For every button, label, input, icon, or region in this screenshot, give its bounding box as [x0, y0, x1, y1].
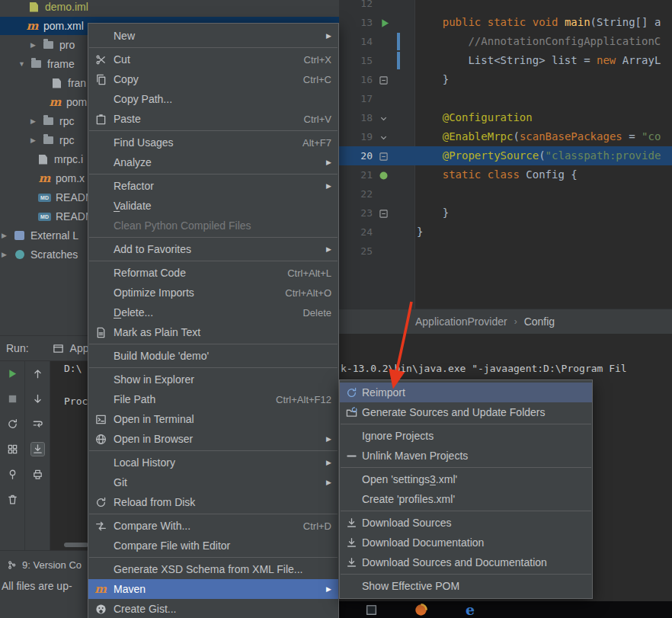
menu-item-compare-with[interactable]: Compare With...Ctrl+D [88, 516, 338, 536]
gensrc-icon [344, 406, 358, 418]
maven-item-download-sources-and-documentation[interactable]: Download Sources and Documentation [340, 552, 592, 572]
copy-icon [93, 73, 108, 85]
menu-item-label: Open 'settings3.xml' [362, 473, 457, 485]
stop-button[interactable] [6, 392, 19, 405]
menu-item-build-module-demo[interactable]: Build Module 'demo' [88, 346, 338, 366]
menu-shortcut: Delete [289, 307, 331, 319]
menu-item-git[interactable]: Git▶ [88, 472, 338, 492]
menu-item-open-in-browser[interactable]: Open in Browser▶ [88, 429, 338, 449]
menu-item-show-in-explorer[interactable]: Show in Explorer [88, 370, 338, 389]
change-marker[interactable] [397, 33, 400, 50]
collapse-arrow-icon[interactable]: ▼ [18, 60, 30, 68]
window-app-icon[interactable] [364, 603, 378, 616]
expand-arrow-icon[interactable]: ▶ [2, 232, 13, 239]
tree-item-demo-iml[interactable]: demo.iml [0, 0, 339, 16]
grid-button[interactable] [6, 443, 19, 456]
menu-item-cut[interactable]: CutCtrl+X [88, 50, 338, 69]
download-icon [344, 556, 358, 568]
horizontal-scrollbar[interactable] [64, 543, 88, 547]
breadcrumb-item-class[interactable]: ApplicationProvider [415, 315, 507, 328]
menu-item-label: Find Usages [114, 136, 174, 149]
console-text-command: k-13.0.2\bin\java.exe "-javaagent:D:\Pro… [341, 363, 627, 374]
trash-button[interactable] [6, 493, 19, 506]
change-marker[interactable] [397, 52, 400, 69]
menu-item-create-gist[interactable]: Create Gist... [88, 599, 338, 618]
fold-marker-icon[interactable] [379, 151, 388, 163]
expand-arrow-icon[interactable]: ▶ [30, 41, 42, 49]
menu-item-label: Download Sources and Documentation [362, 556, 547, 568]
menu-item-file-path[interactable]: File PathCtrl+Alt+F12 [88, 389, 338, 409]
menu-item-analyze[interactable]: Analyze▶ [88, 152, 338, 172]
menu-item-generate-xsd-schema-from-xml-file[interactable]: Generate XSD Schema from XML File... [88, 559, 338, 579]
maven-icon: m [38, 172, 51, 184]
code-line-24: } [417, 223, 423, 242]
menu-item-label: Compare File with Editor [114, 540, 230, 552]
breadcrumb-item-member[interactable]: Config [524, 315, 555, 328]
maven-item-reimport[interactable]: Reimport [340, 383, 592, 402]
maven-item-open-settings3-xml[interactable]: Open 'settings3.xml' [340, 469, 592, 489]
spring-bean-icon[interactable] [379, 170, 388, 182]
menu-item-copy[interactable]: CopyCtrl+C [88, 69, 338, 89]
pin-button[interactable] [6, 468, 19, 481]
firefox-icon[interactable] [414, 603, 427, 616]
menu-shortcut: Ctrl+Alt+L [274, 267, 331, 279]
up-button[interactable] [31, 367, 44, 380]
menu-icon-spacer [93, 93, 108, 105]
play-button[interactable] [6, 367, 19, 380]
menu-item-reload-from-disk[interactable]: Reload from Disk [88, 492, 338, 512]
menu-item-open-in-terminal[interactable]: Open in Terminal [88, 409, 338, 429]
menu-item-reformat-code[interactable]: Reformat CodeCtrl+Alt+L [88, 263, 338, 283]
menu-item-label: Paste [114, 113, 141, 125]
printer-button[interactable] [31, 468, 44, 481]
menu-item-compare-file-with-editor[interactable]: Compare File with Editor [88, 536, 338, 556]
run-gutter-icon[interactable] [379, 18, 391, 31]
maven-item-generate-sources-and-update-folders[interactable]: Generate Sources and Update Folders [340, 402, 592, 422]
menu-item-refactor[interactable]: Refactor▶ [88, 176, 338, 196]
menu-item-optimize-imports[interactable]: Optimize ImportsCtrl+Alt+O [88, 283, 338, 303]
maven-item-create-profiles-xml[interactable]: Create 'profiles.xml' [340, 489, 592, 509]
tree-item-label: frame [47, 58, 75, 70]
submenu-arrow-icon: ▶ [312, 182, 331, 190]
gutter-chevron-icon[interactable] [379, 113, 388, 125]
submenu-arrow-icon: ▶ [312, 459, 331, 466]
menu-item-local-history[interactable]: Local History▶ [88, 453, 338, 472]
version-control-button[interactable]: 9: Version Co [5, 558, 82, 572]
maven-item-show-effective-pom[interactable]: Show Effective POM [340, 576, 592, 596]
maven-submenu: ReimportGenerate Sources and Update Fold… [339, 379, 593, 599]
restart-button[interactable] [6, 418, 19, 431]
maven-item-download-sources[interactable]: Download Sources [340, 513, 592, 533]
menu-item-paste[interactable]: PasteCtrl+V [88, 109, 338, 129]
fold-marker-icon[interactable] [379, 75, 388, 87]
menu-shortcut: Ctrl+Alt+O [271, 287, 331, 299]
menu-item-label: Delete... [114, 306, 153, 319]
version-control-label: 9: Version Co [22, 559, 82, 571]
menu-item-delete[interactable]: Delete...Delete [88, 303, 338, 322]
menu-item-new[interactable]: New▶ [88, 26, 338, 46]
expand-arrow-icon[interactable]: ▶ [2, 251, 13, 258]
menu-item-validate[interactable]: Validate [88, 196, 338, 216]
code-editor[interactable]: 1213141516171819202122232425 public stat… [339, 0, 672, 309]
menu-icon-spacer [93, 540, 108, 552]
maven-item-unlink-maven-projects[interactable]: Unlink Maven Projects [340, 446, 592, 466]
fold-marker-icon[interactable] [379, 208, 388, 220]
scrollend-button[interactable] [31, 443, 44, 456]
menu-item-maven[interactable]: mMaven▶ [88, 579, 338, 599]
down-button[interactable] [31, 392, 44, 405]
maven-item-ignore-projects[interactable]: Ignore Projects [340, 426, 592, 446]
menu-item-find-usages[interactable]: Find UsagesAlt+F7 [88, 133, 338, 152]
run-toolbar-secondary [25, 361, 50, 550]
menu-item-add-to-favorites[interactable]: Add to Favorites▶ [88, 239, 338, 259]
line-number: 13 [339, 13, 373, 32]
run-tab-app[interactable]: App [47, 336, 94, 360]
tree-item-label: Scratches [30, 248, 78, 261]
tree-item-label: rpc [59, 115, 74, 127]
expand-arrow-icon[interactable]: ▶ [30, 136, 42, 144]
expand-arrow-icon[interactable]: ▶ [30, 117, 42, 125]
gutter-chevron-icon[interactable] [379, 132, 388, 144]
menu-shortcut: Ctrl+C [290, 74, 331, 85]
menu-item-copy-path[interactable]: Copy Path... [88, 89, 338, 109]
wrap-button[interactable] [31, 418, 44, 431]
menu-item-mark-as-plain-text[interactable]: Mark as Plain Text [88, 322, 338, 342]
maven-item-download-documentation[interactable]: Download Documentation [340, 533, 592, 552]
edge-icon[interactable]: e [463, 603, 477, 616]
